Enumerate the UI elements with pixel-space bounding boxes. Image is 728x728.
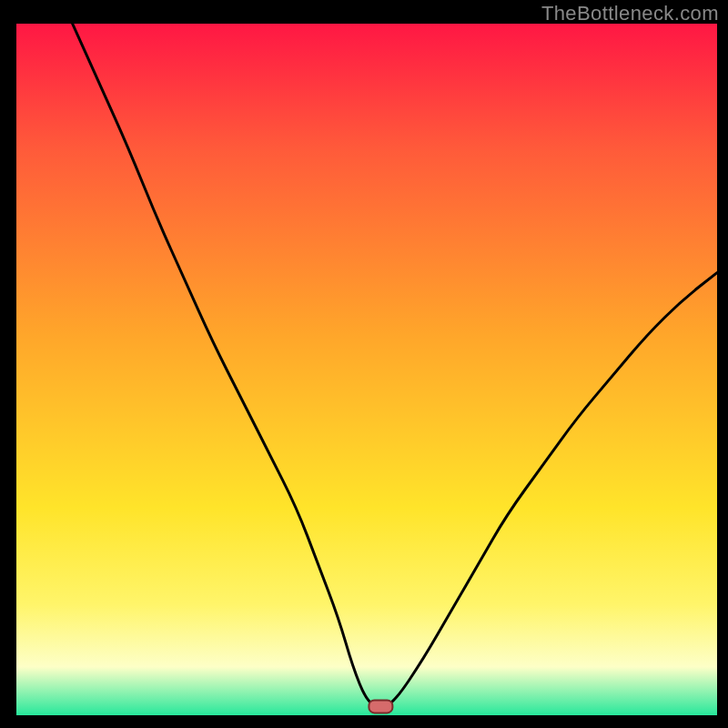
gradient-background <box>16 24 717 715</box>
plot-area <box>16 24 717 715</box>
watermark-text: TheBottleneck.com <box>541 2 719 25</box>
chart-container: TheBottleneck.com <box>0 0 728 728</box>
chart-svg <box>16 24 717 715</box>
optimal-point-marker <box>369 700 392 713</box>
